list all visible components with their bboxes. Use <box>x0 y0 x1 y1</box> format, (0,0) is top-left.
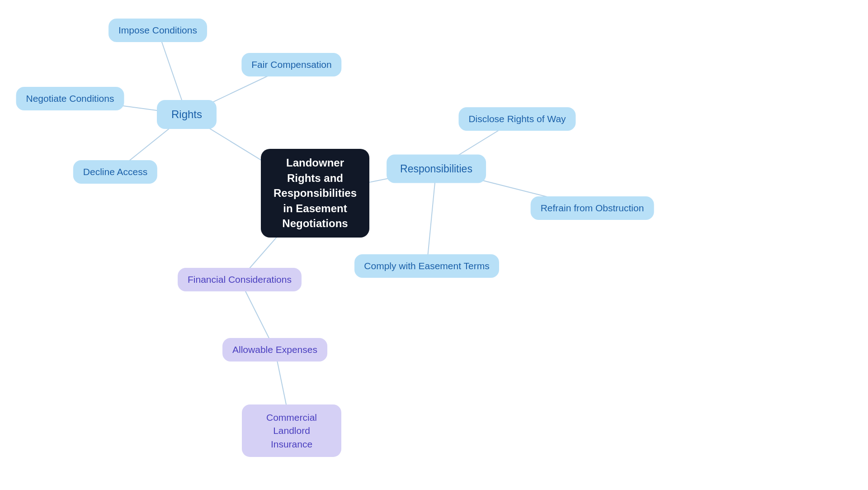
commercial-landlord-label: Commercial Landlord Insurance <box>252 411 331 451</box>
connections-svg <box>0 0 868 490</box>
negotiate-conditions-label: Negotiate Conditions <box>26 93 114 104</box>
decline-access-label: Decline Access <box>83 167 147 177</box>
node-comply-easement[interactable]: Comply with Easement Terms <box>354 254 499 278</box>
node-commercial-landlord[interactable]: Commercial Landlord Insurance <box>242 404 341 457</box>
responsibilities-label: Responsibilities <box>400 163 472 175</box>
disclose-rights-label: Disclose Rights of Way <box>468 114 566 124</box>
node-decline-access[interactable]: Decline Access <box>73 160 157 184</box>
node-impose-conditions[interactable]: Impose Conditions <box>108 19 207 42</box>
comply-easement-label: Comply with Easement Terms <box>364 261 489 271</box>
refrain-obstruction-label: Refrain from Obstruction <box>541 203 644 214</box>
svg-line-8 <box>427 169 436 266</box>
financial-considerations-label: Financial Considerations <box>188 274 292 285</box>
allowable-expenses-label: Allowable Expenses <box>232 344 317 355</box>
node-financial-considerations[interactable]: Financial Considerations <box>178 268 302 291</box>
impose-conditions-label: Impose Conditions <box>118 25 197 36</box>
node-rights[interactable]: Rights <box>157 100 217 129</box>
node-responsibilities[interactable]: Responsibilities <box>387 155 486 183</box>
node-central[interactable]: Landowner Rights and Responsibilities in… <box>261 149 369 238</box>
node-refrain-obstruction[interactable]: Refrain from Obstruction <box>531 196 654 220</box>
node-allowable-expenses[interactable]: Allowable Expenses <box>222 338 327 362</box>
mind-map-container: Landowner Rights and Responsibilities in… <box>0 0 868 490</box>
node-disclose-rights[interactable]: Disclose Rights of Way <box>458 107 576 131</box>
central-label: Landowner Rights and Responsibilities in… <box>271 155 359 231</box>
node-negotiate-conditions[interactable]: Negotiate Conditions <box>16 87 124 110</box>
rights-label: Rights <box>171 108 202 121</box>
fair-compensation-label: Fair Compensation <box>251 59 331 70</box>
node-fair-compensation[interactable]: Fair Compensation <box>241 53 341 76</box>
